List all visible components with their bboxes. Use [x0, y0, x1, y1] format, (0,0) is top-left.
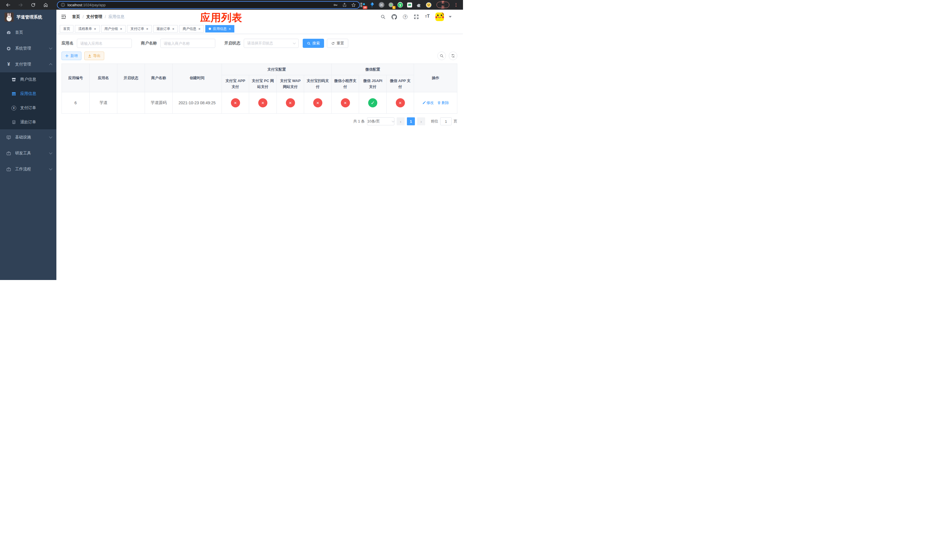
pagination: 共 1 条 10条/页 ‹ 1 › 前往 页 — [62, 117, 457, 125]
sidebar-item-pay-orders[interactable]: ¥ 支付订单 — [0, 101, 56, 115]
refresh-button[interactable] — [449, 51, 457, 60]
total-count: 共 1 条 — [353, 119, 365, 124]
table-row: 6 芋道 芋道源码 2021-10-23 08:49:25 × × × × × … — [62, 92, 457, 114]
page-unit-label: 页 — [454, 119, 457, 124]
app-logo[interactable]: 芋道管理系统 — [0, 10, 56, 24]
browser-forward-button[interactable] — [17, 1, 24, 9]
prev-page-button[interactable]: ‹ — [396, 117, 405, 125]
status-label: 开启状态 — [224, 41, 240, 46]
extension-kite-icon[interactable] — [369, 2, 375, 8]
sidebar-item-home[interactable]: 首页 — [0, 24, 56, 41]
storefront-icon — [11, 77, 16, 82]
sidebar-item-system[interactable]: 系统管理 — [0, 41, 56, 56]
hamburger-collapse-icon[interactable] — [61, 14, 67, 20]
extension-chat-icon[interactable] — [407, 2, 412, 8]
chevron-down-icon — [49, 135, 52, 138]
share-icon[interactable] — [342, 3, 347, 7]
chevron-down-icon[interactable] — [449, 16, 452, 18]
url-text: localhost:1024/pay/app — [68, 3, 106, 7]
status-select[interactable]: 请选择开启状态 — [244, 39, 299, 48]
delete-link[interactable]: 删除 — [437, 100, 449, 105]
address-bar[interactable]: localhost:1024/pay/app — [57, 1, 360, 9]
search-icon[interactable] — [380, 14, 386, 20]
sidebar-item-payment[interactable]: ¥ 支付管理 — [0, 56, 56, 73]
browser-home-button[interactable] — [42, 1, 50, 9]
logo-avatar — [5, 12, 14, 22]
extensions-puzzle-icon[interactable] — [416, 2, 422, 8]
next-page-button[interactable]: › — [417, 117, 425, 125]
filter-form: 应用名 商户名称 开启状态 请选择开启状态 搜索 重置 — [62, 39, 457, 48]
col-header-status: 开启状态 — [117, 64, 145, 92]
chevron-down-icon — [392, 120, 395, 123]
breadcrumb-payment[interactable]: 支付管理 — [86, 14, 102, 20]
goto-page-input[interactable] — [440, 117, 452, 125]
sidebar-item-merchant-info[interactable]: 商户信息 — [0, 73, 56, 86]
tab-pay-orders[interactable]: 支付订单× — [127, 25, 152, 32]
document-icon — [11, 120, 16, 125]
browser-menu-icon[interactable]: ⋮ — [453, 2, 459, 8]
col-header-wx-app: 微信 APP 支付 — [387, 75, 414, 92]
sidebar-item-label: 商户信息 — [20, 77, 36, 82]
yen-circle-icon: ¥ — [11, 106, 16, 110]
tab-close-icon[interactable]: × — [94, 27, 96, 31]
font-size-icon[interactable]: TT — [424, 14, 431, 20]
breadcrumb-home[interactable]: 首页 — [72, 14, 80, 20]
sidebar-item-workflow[interactable]: 工作流程 — [0, 161, 56, 177]
browser-back-button[interactable] — [4, 1, 12, 9]
github-icon[interactable] — [391, 14, 397, 20]
tab-merchant-info[interactable]: 商户信息× — [179, 25, 204, 32]
site-info-icon[interactable] — [61, 3, 65, 7]
fullscreen-icon[interactable] — [413, 14, 419, 20]
extension-diamond-icon[interactable]: 10 — [360, 2, 366, 8]
sidebar-item-app-info[interactable]: 应用信息 — [0, 86, 56, 101]
sidebar-item-label: 应用信息 — [20, 91, 36, 96]
tab-app-info[interactable]: 应用信息× — [205, 25, 235, 32]
extension-command-icon[interactable]: ⌘ — [379, 2, 384, 8]
tab-close-icon[interactable]: × — [146, 27, 148, 31]
page-size-select[interactable]: 10条/页 — [367, 117, 394, 125]
tab-refund-orders[interactable]: 退款订单× — [153, 25, 178, 32]
tab-home[interactable]: 首页 — [60, 25, 73, 32]
alipay-pc-status-icon: × — [258, 98, 267, 107]
tab-user-group[interactable]: 用户分组× — [101, 25, 126, 32]
merchant-name-input[interactable] — [160, 39, 215, 48]
briefcase-icon — [6, 167, 11, 172]
cell-merchant: 芋道源码 — [145, 92, 172, 114]
app-name-input[interactable] — [77, 39, 132, 48]
user-avatar[interactable] — [436, 12, 444, 21]
goto-label: 前往 — [431, 119, 438, 124]
tab-close-icon[interactable]: × — [198, 27, 200, 31]
extension-y-icon[interactable]: y — [398, 2, 403, 8]
sidebar-item-dev-tools[interactable]: 研发工具 — [0, 145, 56, 161]
toggle-search-button[interactable] — [437, 51, 446, 60]
tab-close-icon[interactable]: × — [228, 27, 231, 31]
sidebar-item-label: 退款订单 — [20, 120, 36, 125]
alipay-qr-status-icon: × — [313, 98, 322, 107]
extension-recorder-icon[interactable]: 1 — [388, 2, 394, 8]
sidebar-menu: 首页 系统管理 ¥ 支付管理 商户信息 — [0, 24, 56, 177]
current-page[interactable]: 1 — [407, 117, 415, 125]
cell-status — [117, 92, 145, 114]
tab-close-icon[interactable]: × — [120, 27, 123, 31]
gear-icon — [6, 46, 11, 51]
cell-name: 芋道 — [90, 92, 117, 114]
edit-link[interactable]: 修改 — [422, 100, 434, 105]
help-icon[interactable]: ? — [402, 14, 409, 20]
col-header-alipay-app: 支付宝 APP 支付 — [222, 75, 249, 92]
password-key-icon[interactable] — [333, 3, 338, 8]
sidebar-item-refund-orders[interactable]: 退款订单 — [0, 115, 56, 129]
profile-avatar-icon[interactable] — [426, 2, 432, 8]
bookmark-star-icon[interactable] — [351, 3, 356, 8]
yen-icon: ¥ — [6, 62, 11, 67]
sidebar-item-infrastructure[interactable]: 基础设施 — [0, 129, 56, 145]
export-button[interactable]: 导出 — [84, 51, 104, 60]
app-title: 芋道管理系统 — [17, 15, 42, 20]
browser-reload-button[interactable] — [29, 1, 37, 9]
browser-update-button[interactable]: 更新 — [437, 2, 449, 8]
tab-close-icon[interactable]: × — [172, 27, 174, 31]
tab-process-form[interactable]: 流程表单× — [75, 25, 100, 32]
reset-button[interactable]: 重置 — [327, 39, 348, 48]
breadcrumb: 首页 / 支付管理 / 应用信息 — [72, 14, 124, 20]
search-button[interactable]: 搜索 — [303, 39, 324, 48]
add-button[interactable]: 新增 — [62, 51, 82, 60]
